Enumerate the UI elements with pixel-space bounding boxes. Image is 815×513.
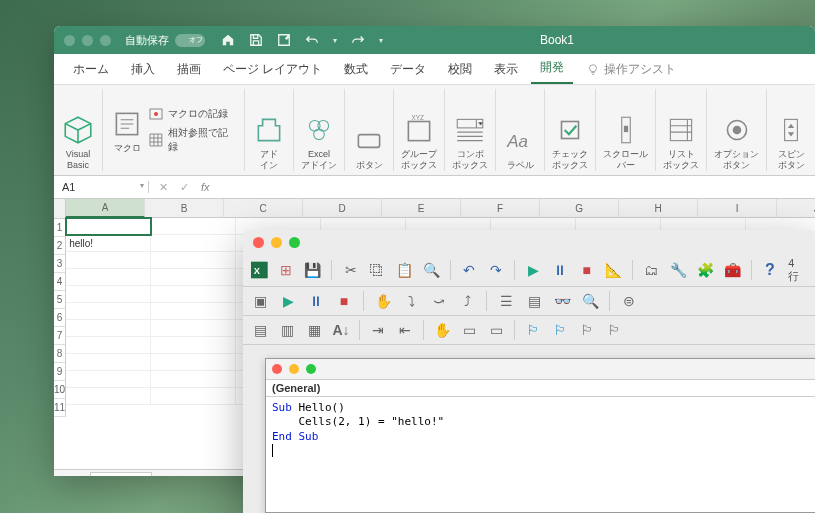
traffic-lights[interactable]: [64, 35, 111, 46]
spinbutton-control[interactable]: スピン ボタン: [767, 89, 815, 171]
tab-layout[interactable]: ページ レイアウト: [214, 55, 331, 84]
col-header[interactable]: J: [777, 199, 815, 218]
bookmark-toggle-icon[interactable]: 🏳: [524, 321, 542, 339]
indent-icon[interactable]: ⇥: [369, 321, 387, 339]
paste-icon[interactable]: 📋: [396, 261, 413, 279]
pause-icon[interactable]: ⏸: [307, 292, 325, 310]
minimize-icon[interactable]: [82, 35, 93, 46]
step-over-icon[interactable]: ⤻: [430, 292, 448, 310]
button-control[interactable]: ボタン: [345, 89, 394, 171]
list-props-icon[interactable]: ▤: [251, 321, 269, 339]
col-header[interactable]: C: [224, 199, 303, 218]
tab-data[interactable]: データ: [381, 55, 435, 84]
bookmark-clear-icon[interactable]: 🏳: [605, 321, 623, 339]
excel-icon[interactable]: X: [251, 261, 268, 279]
quickwatch-icon[interactable]: 🔍: [581, 292, 599, 310]
run-icon[interactable]: ▶: [279, 292, 297, 310]
bookmark-next-icon[interactable]: 🏳: [551, 321, 569, 339]
tab-home[interactable]: ホーム: [64, 55, 118, 84]
col-header[interactable]: H: [619, 199, 698, 218]
minimize-icon[interactable]: [271, 237, 282, 248]
undo-dropdown-icon[interactable]: ▾: [333, 36, 337, 45]
scrollbar-control[interactable]: スクロール バー: [596, 89, 656, 171]
row-header[interactable]: 11: [54, 399, 66, 417]
listbox-control[interactable]: リスト ボックス: [656, 89, 707, 171]
list-const-icon[interactable]: ▥: [278, 321, 296, 339]
undo-icon[interactable]: ↶: [461, 261, 478, 279]
quick-info-icon[interactable]: ▦: [305, 321, 323, 339]
param-info-icon[interactable]: A↓: [332, 321, 350, 339]
pause-icon[interactable]: ⏸: [552, 261, 569, 279]
sheet-tab[interactable]: Sheet1: [90, 472, 152, 476]
cancel-icon[interactable]: ✕: [159, 181, 168, 194]
minimize-icon[interactable]: [289, 364, 299, 374]
save-icon[interactable]: [249, 33, 263, 47]
close-icon[interactable]: [64, 35, 75, 46]
row-header[interactable]: 5: [54, 291, 66, 309]
select-all-corner[interactable]: [54, 199, 66, 219]
comment-icon[interactable]: ▭: [460, 321, 478, 339]
compile-icon[interactable]: ▣: [251, 292, 269, 310]
help-icon[interactable]: ?: [761, 261, 778, 279]
maximize-icon[interactable]: [306, 364, 316, 374]
label-control[interactable]: Aa ラベル: [496, 89, 545, 171]
toolbox-icon[interactable]: 🧰: [724, 261, 741, 279]
browser-icon[interactable]: 🧩: [697, 261, 714, 279]
macro-button[interactable]: [110, 107, 144, 141]
toggle-bp-icon[interactable]: ✋: [433, 321, 451, 339]
bookmark-prev-icon[interactable]: 🏳: [578, 321, 596, 339]
watch-icon[interactable]: 👓: [553, 292, 571, 310]
copy-icon[interactable]: ⿻: [369, 261, 386, 279]
row-header[interactable]: 8: [54, 345, 66, 363]
properties-icon[interactable]: 🔧: [670, 261, 687, 279]
maximize-icon[interactable]: [100, 35, 111, 46]
cell-a1[interactable]: [66, 218, 151, 235]
design-icon[interactable]: 📐: [605, 261, 622, 279]
combobox-control[interactable]: コンボ ボックス: [445, 89, 496, 171]
home-icon[interactable]: [221, 33, 235, 47]
tab-review[interactable]: 校閲: [439, 55, 481, 84]
col-header[interactable]: I: [698, 199, 777, 218]
close-icon[interactable]: [253, 237, 264, 248]
row-header[interactable]: 2: [54, 237, 66, 255]
row-header[interactable]: 7: [54, 327, 66, 345]
close-icon[interactable]: [272, 364, 282, 374]
redo-dropdown-icon[interactable]: ▾: [379, 36, 383, 45]
sheet-next-icon[interactable]: ▶: [76, 476, 84, 477]
sheet-prev-icon[interactable]: ◀: [62, 476, 70, 477]
row-header[interactable]: 1: [54, 219, 66, 237]
col-header[interactable]: A: [66, 199, 145, 218]
module-icon[interactable]: ⊞: [278, 261, 295, 279]
step-out-icon[interactable]: ⤴: [458, 292, 476, 310]
row-header[interactable]: 4: [54, 273, 66, 291]
maximize-icon[interactable]: [289, 237, 300, 248]
uncomment-icon[interactable]: ▭: [487, 321, 505, 339]
confirm-icon[interactable]: ✓: [180, 181, 189, 194]
breakpoint-icon[interactable]: ✋: [374, 292, 392, 310]
find-icon[interactable]: 🔍: [423, 261, 440, 279]
redo-icon[interactable]: ↷: [487, 261, 504, 279]
col-header[interactable]: E: [382, 199, 461, 218]
step-into-icon[interactable]: ⤵: [402, 292, 420, 310]
outdent-icon[interactable]: ⇤: [396, 321, 414, 339]
col-header[interactable]: D: [303, 199, 382, 218]
row-header[interactable]: 9: [54, 363, 66, 381]
tab-view[interactable]: 表示: [485, 55, 527, 84]
optionbutton-control[interactable]: オプション ボタン: [707, 89, 767, 171]
redo-icon[interactable]: [351, 33, 365, 47]
save-icon[interactable]: 💾: [304, 261, 321, 279]
row-header[interactable]: 6: [54, 309, 66, 327]
immediate-icon[interactable]: ▤: [525, 292, 543, 310]
stop-icon[interactable]: ■: [335, 292, 353, 310]
code-titlebar[interactable]: [266, 359, 815, 380]
record-macro-button[interactable]: マクロの記録: [148, 106, 237, 122]
tab-draw[interactable]: 描画: [168, 55, 210, 84]
excel-addin-button[interactable]: Excel アドイン: [294, 89, 345, 171]
col-header[interactable]: B: [145, 199, 224, 218]
col-header[interactable]: F: [461, 199, 540, 218]
locals-icon[interactable]: ☰: [497, 292, 515, 310]
tab-developer[interactable]: 開発: [531, 53, 573, 84]
project-icon[interactable]: 🗂: [643, 261, 660, 279]
row-header[interactable]: 3: [54, 255, 66, 273]
add-sheet-button[interactable]: ＋: [158, 474, 168, 476]
